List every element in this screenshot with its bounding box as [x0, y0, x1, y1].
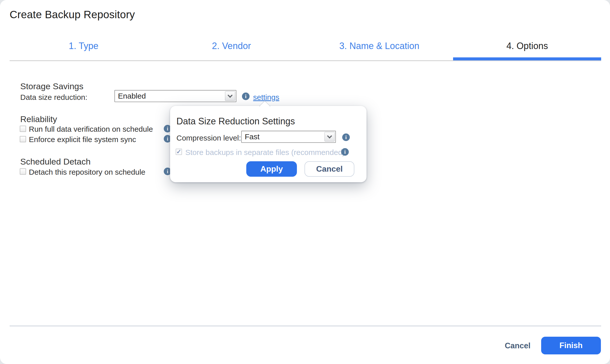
data-size-reduction-select[interactable]: Enabled	[114, 90, 236, 102]
run-full-data-verification-label: Run full data verification on schedule	[29, 125, 153, 133]
compression-level-label: Compression level:	[176, 134, 241, 142]
tab-name-location[interactable]: 3. Name & Location	[306, 39, 453, 53]
finish-button[interactable]: Finish	[541, 337, 601, 354]
active-tab-indicator	[453, 57, 601, 60]
select-trigger-button[interactable]	[324, 132, 335, 142]
data-size-reduction-selected-value: Enabled	[118, 92, 146, 100]
select-trigger-button[interactable]	[225, 91, 235, 101]
chevron-down-icon	[228, 93, 233, 98]
run-full-data-verification-checkbox[interactable]	[20, 126, 26, 132]
compression-level-select[interactable]: Fast	[241, 131, 336, 143]
store-backups-separate-files-checkbox	[176, 149, 182, 155]
reliability-heading: Reliability	[20, 114, 57, 124]
popover-cancel-button[interactable]: Cancel	[304, 161, 354, 177]
cancel-button[interactable]: Cancel	[502, 341, 533, 350]
info-icon[interactable]: i	[342, 133, 350, 141]
create-backup-repository-dialog: Create Backup Repository 1. Type 2. Vend…	[0, 0, 610, 364]
popover-title: Data Size Reduction Settings	[176, 116, 295, 127]
wizard-tabs: 1. Type 2. Vendor 3. Name & Location 4. …	[10, 39, 601, 53]
detach-repository-checkbox[interactable]	[20, 168, 26, 175]
tab-options[interactable]: 4. Options	[453, 39, 601, 53]
enforce-file-system-sync-checkbox[interactable]	[20, 136, 26, 142]
storage-savings-heading: Storage Savings	[20, 81, 84, 91]
enforce-file-system-sync-label: Enforce explicit file system sync	[29, 135, 136, 144]
popover-arrow	[259, 100, 270, 112]
scheduled-detach-heading: Scheduled Detach	[20, 157, 91, 167]
info-icon[interactable]: i	[242, 93, 250, 100]
data-size-reduction-label: Data size reduction:	[20, 93, 87, 102]
info-icon[interactable]: i	[341, 148, 349, 156]
apply-button[interactable]: Apply	[246, 161, 297, 177]
tab-type[interactable]: 1. Type	[10, 39, 157, 53]
compression-level-selected-value: Fast	[245, 132, 259, 141]
data-size-reduction-settings-popover: Data Size Reduction Settings Compression…	[170, 106, 367, 182]
page-title: Create Backup Repository	[10, 9, 135, 21]
tab-vendor[interactable]: 2. Vendor	[157, 39, 305, 53]
chevron-down-icon	[327, 133, 332, 139]
footer-divider	[10, 326, 601, 326]
detach-repository-label: Detach this repository on schedule	[29, 168, 145, 176]
store-backups-separate-files-label: Store backups in separate files (recomme…	[185, 148, 345, 157]
settings-link[interactable]: settings	[253, 93, 279, 102]
